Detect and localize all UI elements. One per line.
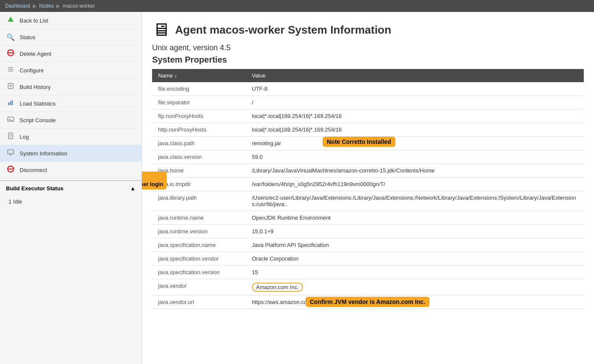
disconnect-icon (6, 166, 15, 174)
prop-value-2: local|*.local|169.254/16|*.169.254/16 (246, 109, 584, 123)
annotation-note-ec2: Noteec2-user login (142, 172, 167, 189)
build-executor-section: Build Executor Status ▲ 1 Idle (0, 180, 141, 207)
sidebar-item-build-history[interactable]: Build History (0, 79, 141, 95)
sidebar-item-delete-agent[interactable]: Delete Agent (0, 46, 141, 62)
vendor-circled: Amazon.com Inc. (252, 283, 303, 292)
back-to-list-icon (6, 16, 15, 25)
breadcrumb-dashboard[interactable]: Dashboard (5, 3, 30, 9)
prop-name-14: java.vendor (152, 279, 246, 295)
sidebar-item-disconnect[interactable]: Disconnect (0, 162, 141, 178)
prop-name-1: file.separator (152, 96, 246, 109)
svg-rect-10 (10, 101, 11, 105)
sidebar-item-configure[interactable]: Configure (0, 62, 141, 79)
load-statistics-label: Load Statistics (20, 100, 56, 107)
log-icon (6, 132, 15, 141)
log-label: Log (20, 134, 29, 140)
script-console-icon (6, 116, 15, 124)
prop-value-11: Java Platform API Specification (246, 238, 584, 252)
page-title: Agent macos-worker System Information (175, 23, 391, 37)
svg-rect-11 (12, 100, 13, 105)
computer-icon: 🖥 (152, 20, 170, 40)
back-to-list-label: Back to List (20, 17, 48, 24)
properties-table: Name ↓ Value file.encodingUTF-8file.sepa… (152, 69, 584, 309)
prop-name-3: http.nonProxyHosts (152, 123, 246, 137)
sidebar-item-log[interactable]: Log (0, 129, 141, 145)
delete-agent-icon (6, 49, 15, 58)
sidebar-item-script-console[interactable]: Script Console (0, 112, 141, 129)
svg-rect-18 (8, 150, 14, 154)
build-executor-header[interactable]: Build Executor Status ▲ (0, 181, 141, 196)
prop-value-9: OpenJDK Runtime Environment (246, 211, 584, 225)
prop-name-13: java.specification.version (152, 266, 246, 279)
annotation-note-corretto: Note Corretto Installed (323, 137, 395, 147)
sidebar: Back to List🔍StatusDelete AgentConfigure… (0, 12, 142, 364)
prop-value-7: /var/folders/4h/qn_x0g5n2952r4vfh119n9vm… (246, 178, 584, 191)
breadcrumb-sep-2: ▶ (56, 3, 60, 9)
sidebar-item-system-information[interactable]: System Information (0, 145, 141, 162)
executor-idle: 1 Idle (0, 196, 141, 207)
build-executor-title: Build Executor Status (6, 185, 63, 192)
prop-value-8: /Users/ec2-user/Library/Java/Extensions:… (246, 191, 584, 211)
prop-name-10: java.runtime.version (152, 225, 246, 238)
table-row: java.runtime.version15.0.1+9 (152, 225, 584, 238)
table-row: java.vendorAmazon.com Inc.Confirm JVM ve… (152, 279, 584, 295)
delete-agent-label: Delete Agent (20, 51, 51, 57)
table-row: file.encodingUTF-8 (152, 82, 584, 96)
prop-value-0: UTF-8 (246, 82, 584, 96)
prop-value-6: /Library/Java/JavaVirtualMachines/amazon… (246, 164, 584, 178)
table-row: java.class.version59.0Note Corretto Inst… (152, 150, 584, 164)
col-name-header: Name ↓ (152, 69, 246, 82)
agent-version: Unix agent, version 4.5 (152, 43, 584, 52)
system-information-label: System Information (20, 150, 67, 157)
breadcrumb-nodes[interactable]: Nodes (39, 3, 54, 9)
prop-name-2: ftp.nonProxyHosts (152, 109, 246, 123)
prop-value-3: local|*.local|169.254/16|*.169.254/16 (246, 123, 584, 137)
configure-label: Configure (20, 67, 43, 74)
breadcrumb-current: macos-worker (63, 3, 95, 9)
prop-value-12: Oracle Corporation (246, 252, 584, 266)
table-row: java.specification.version15 (152, 266, 584, 279)
configure-icon (6, 66, 15, 75)
svg-marker-0 (8, 17, 14, 22)
col-value-header: Value (246, 69, 584, 82)
sidebar-item-status[interactable]: 🔍Status (0, 29, 141, 46)
prop-name-15: java.vendor.url (152, 295, 246, 309)
script-console-label: Script Console (20, 117, 56, 123)
prop-name-5: java.class.version (152, 150, 246, 164)
table-row: java.io.tmpdir/var/folders/4h/qn_x0g5n29… (152, 178, 584, 191)
prop-value-1: / (246, 96, 584, 109)
table-row: file.separator/ (152, 96, 584, 109)
breadcrumb-sep-1: ▶ (33, 3, 37, 9)
prop-value-13: 15 (246, 266, 584, 279)
table-row: http.nonProxyHostslocal|*.local|169.254/… (152, 123, 584, 137)
build-history-icon (6, 83, 15, 91)
prop-value-4: remoting.jar (246, 137, 584, 150)
sidebar-item-load-statistics[interactable]: Load Statistics (0, 95, 141, 112)
prop-name-4: java.class.path (152, 137, 246, 150)
load-statistics-icon (6, 99, 15, 108)
table-row: java.runtime.nameOpenJDK Runtime Environ… (152, 211, 584, 225)
build-history-label: Build History (20, 84, 51, 90)
table-row: ftp.nonProxyHostslocal|*.local|169.254/1… (152, 109, 584, 123)
svg-rect-6 (8, 83, 13, 89)
collapse-icon: ▲ (130, 185, 136, 192)
status-label: Status (20, 34, 35, 40)
svg-rect-9 (8, 103, 9, 105)
prop-name-12: java.specification.vendor (152, 252, 246, 266)
prop-name-9: java.runtime.name (152, 211, 246, 225)
table-row: java.specification.nameJava Platform API… (152, 238, 584, 252)
prop-name-8: java.library.path (152, 191, 246, 211)
page-header: 🖥 Agent macos-worker System Information (152, 20, 584, 40)
prop-value-10: 15.0.1+9 (246, 225, 584, 238)
system-information-icon (6, 149, 15, 158)
table-row: java.home/Library/Java/JavaVirtualMachin… (152, 164, 584, 178)
sidebar-item-back-to-list[interactable]: Back to List (0, 12, 141, 29)
status-icon: 🔍 (6, 33, 15, 41)
table-row: java.library.path/Users/ec2-user/Library… (152, 191, 584, 211)
table-row: java.specification.vendorOracle Corporat… (152, 252, 584, 266)
breadcrumb: Dashboard ▶ Nodes ▶ macos-worker (0, 0, 594, 12)
section-title: System Properties (152, 55, 584, 65)
disconnect-label: Disconnect (20, 167, 47, 173)
prop-name-11: java.specification.name (152, 238, 246, 252)
prop-name-0: file.encoding (152, 82, 246, 96)
